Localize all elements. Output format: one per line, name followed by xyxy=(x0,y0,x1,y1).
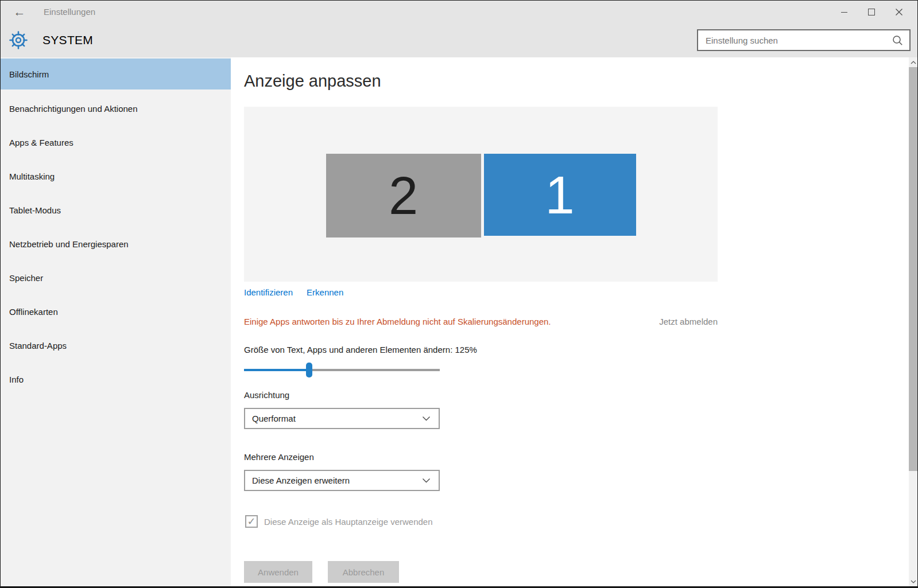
sidebar: Bildschirm Benachrichtigungen und Aktion… xyxy=(1,57,231,586)
sidebar-item-bildschirm[interactable]: Bildschirm xyxy=(1,59,231,89)
header: ← Einstellungen xyxy=(1,1,917,57)
monitor-1[interactable]: 1 xyxy=(484,154,636,236)
sidebar-item-tablet-modus[interactable]: Tablet-Modus xyxy=(1,193,231,227)
sign-out-now-link[interactable]: Jetzt abmelden xyxy=(659,317,718,326)
back-arrow-icon[interactable]: ← xyxy=(11,4,28,20)
primary-display-checkbox[interactable]: ✓ xyxy=(245,515,258,528)
slider-thumb[interactable] xyxy=(306,363,312,377)
detect-link[interactable]: Erkennen xyxy=(307,287,343,297)
primary-display-checkbox-row: ✓ Diese Anzeige als Hauptanzeige verwend… xyxy=(245,515,433,528)
multi-display-selected-value: Diese Anzeigen erweitern xyxy=(252,476,350,485)
identify-link[interactable]: Identifizieren xyxy=(244,287,293,297)
monitor-links: Identifizieren Erkennen xyxy=(244,287,343,297)
page-title: Anzeige anpassen xyxy=(244,72,381,91)
sidebar-item-benachrichtigungen[interactable]: Benachrichtigungen und Aktionen xyxy=(1,92,231,126)
sidebar-item-netzbetrieb[interactable]: Netzbetrieb und Energiesparen xyxy=(1,227,231,261)
close-button[interactable] xyxy=(885,1,913,24)
multi-display-label: Mehrere Anzeigen xyxy=(244,452,314,462)
display-preview-panel: 2 1 xyxy=(244,107,718,282)
orientation-dropdown[interactable]: Querformat xyxy=(244,408,440,429)
primary-display-checkbox-label: Diese Anzeige als Hauptanzeige verwenden xyxy=(264,517,433,527)
scaling-warning-row: Einige Apps antworten bis zu Ihrer Abmel… xyxy=(244,317,718,326)
scaling-slider[interactable] xyxy=(244,363,440,377)
page-section-title: SYSTEM xyxy=(42,33,93,47)
close-icon xyxy=(895,8,903,16)
slider-fill xyxy=(244,369,309,371)
settings-window: ← Einstellungen xyxy=(0,0,918,588)
scrollbar-thumb[interactable] xyxy=(909,67,918,471)
maximize-icon xyxy=(868,9,875,15)
orientation-selected-value: Querformat xyxy=(252,414,296,423)
search-box[interactable] xyxy=(697,29,911,51)
sidebar-item-standard-apps[interactable]: Standard-Apps xyxy=(1,329,231,363)
monitor-2[interactable]: 2 xyxy=(326,154,481,237)
chevron-up-icon xyxy=(911,61,916,64)
sidebar-item-speicher[interactable]: Speicher xyxy=(1,261,231,295)
search-input[interactable] xyxy=(698,36,892,45)
search-icon[interactable] xyxy=(892,35,903,46)
apply-button[interactable]: Anwenden xyxy=(244,561,312,583)
chevron-down-icon xyxy=(422,478,431,483)
orientation-label: Ausrichtung xyxy=(244,390,289,400)
window-controls xyxy=(830,1,913,24)
scaling-slider-label: Größe von Text, Apps und anderen Element… xyxy=(244,345,477,355)
monitor-arrangement: 2 1 xyxy=(244,107,718,237)
maximize-button[interactable] xyxy=(858,1,885,24)
minimize-button[interactable] xyxy=(830,1,858,24)
minimize-icon xyxy=(841,12,847,13)
chevron-down-icon xyxy=(911,580,916,583)
vertical-scrollbar[interactable] xyxy=(909,57,918,586)
cancel-button[interactable]: Abbrechen xyxy=(328,561,399,583)
sidebar-item-multitasking[interactable]: Multitasking xyxy=(1,159,231,193)
sidebar-item-apps-features[interactable]: Apps & Features xyxy=(1,126,231,159)
multi-display-dropdown[interactable]: Diese Anzeigen erweitern xyxy=(244,470,440,491)
scaling-warning-text: Einige Apps antworten bis zu Ihrer Abmel… xyxy=(244,317,551,326)
scroll-up-button[interactable] xyxy=(909,57,918,67)
chevron-down-icon xyxy=(422,416,431,421)
sidebar-item-info[interactable]: Info xyxy=(1,363,231,396)
window-title: Einstellungen xyxy=(44,7,95,17)
scroll-down-button[interactable] xyxy=(909,577,918,586)
sidebar-item-offlinekarten[interactable]: Offlinekarten xyxy=(1,295,231,329)
gear-icon xyxy=(8,30,29,53)
